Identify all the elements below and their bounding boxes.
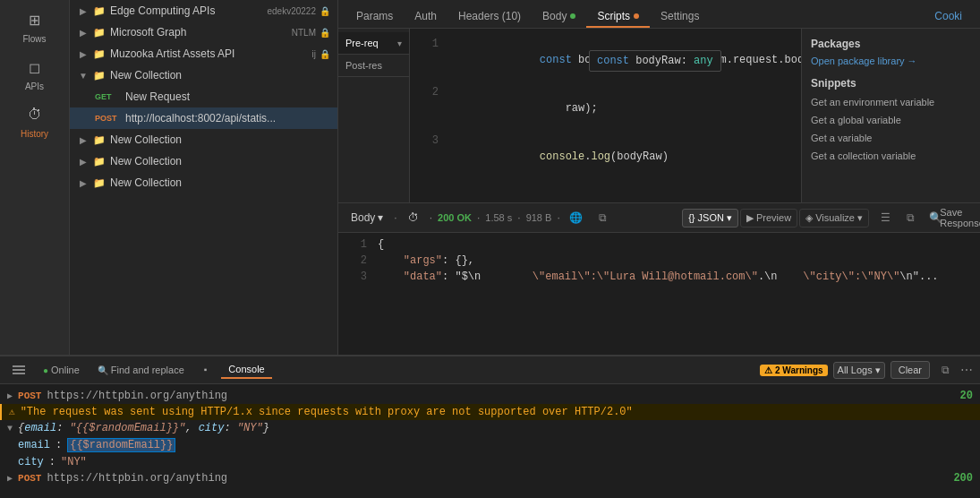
collection-new-1-name: New Collection bbox=[110, 69, 330, 82]
snippet-get-variable[interactable]: Get a variable bbox=[811, 131, 971, 145]
response-body-btn[interactable]: Body ▾ bbox=[345, 209, 388, 227]
collection-edge-name: Edge Computing APIs bbox=[110, 4, 264, 17]
format-tab-visualize[interactable]: ◈ Visualize ▾ bbox=[799, 209, 869, 228]
city-key: city bbox=[18, 456, 44, 468]
format-tab-preview[interactable]: ▶ Preview bbox=[740, 209, 797, 228]
dropdown-arrow-icon: ▾ bbox=[397, 39, 402, 48]
collection-new-2-name: New Collection bbox=[110, 133, 330, 146]
console-row-post-1[interactable]: ▶ POST https://httpbin.org/anything 20 bbox=[0, 388, 980, 404]
all-logs-select[interactable]: All Logs ▾ bbox=[833, 362, 885, 379]
collection-get-request[interactable]: GET New Request bbox=[70, 86, 337, 107]
console-toolbar-left: ● Online 🔍 Find and replace ▪ Console bbox=[7, 361, 753, 379]
layout-toggle-btn[interactable] bbox=[7, 364, 30, 376]
collection-muzooka-tag: ij bbox=[312, 49, 316, 59]
status-badge: 200 OK bbox=[438, 212, 472, 223]
more-options-btn[interactable]: ⋯ bbox=[960, 363, 973, 377]
console-row-warning: ⚠ "The request was sent using HTTP/1.x s… bbox=[0, 404, 980, 420]
console-toolbar-right: ⚠ 2 Warnings All Logs ▾ Clear ⧉ ⋯ bbox=[760, 360, 973, 380]
code-tooltip: const bodyRaw: any bbox=[589, 50, 721, 72]
tab-params[interactable]: Params bbox=[345, 6, 404, 28]
collection-new-4[interactable]: ▶ 📁 New Collection bbox=[70, 172, 337, 193]
snippet-get-env[interactable]: Get an environment variable bbox=[811, 95, 971, 109]
code-line-3: 3 console.log(bodyRaw) bbox=[410, 133, 801, 181]
console-url-2: https://httpbin.org/anything bbox=[47, 472, 227, 485]
collection-icon: 📁 bbox=[93, 27, 106, 39]
get-request-name: New Request bbox=[125, 90, 330, 103]
collection-new-4-name: New Collection bbox=[110, 176, 330, 189]
sidebar-item-apis[interactable]: ◻ APIs bbox=[22, 55, 47, 91]
sidebar-item-flows[interactable]: ⊞ Flows bbox=[22, 7, 47, 44]
collection-muzooka[interactable]: ▶ 📁 Muzooka Artist Assets API ij 🔒 bbox=[70, 43, 337, 64]
response-line-1: 1 { bbox=[338, 236, 980, 253]
clear-button[interactable]: Clear bbox=[891, 361, 930, 379]
flows-icon: ⊞ bbox=[22, 7, 47, 32]
tab-scripts[interactable]: Scripts bbox=[586, 6, 650, 28]
chevron-down-icon: ▾ bbox=[857, 212, 863, 224]
console-row-post-2[interactable]: ▶ POST https://httpbin.org/anything 200 bbox=[0, 470, 980, 486]
console-tab-console[interactable]: Console bbox=[221, 361, 271, 379]
lock-icon: 🔒 bbox=[320, 49, 330, 59]
open-package-library-link[interactable]: Open package library → bbox=[811, 56, 971, 66]
response-toolbar-left: Body ▾ · ⏱ · 200 OK · 1.58 s · 918 B · 🌐… bbox=[345, 207, 677, 228]
response-toolbar: Body ▾ · ⏱ · 200 OK · 1.58 s · 918 B · 🌐… bbox=[338, 203, 980, 233]
collection-icon: 📁 bbox=[93, 5, 106, 17]
method-post-label: POST bbox=[18, 391, 41, 401]
collection-icon: 📁 bbox=[93, 48, 106, 60]
online-btn[interactable]: ● Online bbox=[38, 363, 85, 377]
packages-section: Packages Open package library → bbox=[811, 38, 971, 66]
sidebar-apis-label: APIs bbox=[25, 82, 44, 91]
chevron-down-icon: ▼ bbox=[77, 69, 89, 82]
tab-pre-req[interactable]: Pre-req ▾ bbox=[338, 32, 409, 55]
copy-icon[interactable]: ⧉ bbox=[592, 207, 614, 228]
format-tab-json[interactable]: {} JSON ▾ bbox=[682, 209, 738, 228]
console-tab-label[interactable]: ▪ bbox=[197, 361, 215, 379]
collection-new-2[interactable]: ▶ 📁 New Collection bbox=[70, 129, 337, 150]
warnings-badge: ⚠ 2 Warnings bbox=[760, 365, 828, 376]
collection-post-request[interactable]: POST http://localhost:8002/api/statis... bbox=[70, 107, 337, 129]
chevron-right-icon: ▶ bbox=[77, 133, 89, 146]
collection-new-1[interactable]: ▼ 📁 New Collection bbox=[70, 64, 337, 86]
expand-icon: ▼ bbox=[7, 424, 13, 434]
save-response-btn[interactable]: Save Response bbox=[951, 207, 973, 228]
code-line-2: 2 raw); bbox=[410, 84, 801, 133]
sidebar: ⊞ Flows ◻ APIs ⏱ History bbox=[0, 0, 70, 355]
copy-console-btn[interactable]: ⧉ bbox=[935, 360, 955, 380]
pre-post-tabs: Pre-req ▾ Post-res bbox=[338, 29, 410, 202]
format-tabs: {} JSON ▾ ▶ Preview ◈ Visualize ▾ bbox=[682, 209, 869, 228]
tab-settings[interactable]: Settings bbox=[650, 6, 710, 28]
right-panel: Packages Open package library → Snippets… bbox=[801, 29, 980, 202]
console-row-object[interactable]: ▼ {email: "{{$randomEmail}}", city: "NY"… bbox=[0, 420, 980, 436]
cookie-link[interactable]: Cooki bbox=[924, 6, 973, 28]
tab-body[interactable]: Body bbox=[532, 6, 586, 28]
scripts-dot bbox=[634, 13, 639, 19]
code-editor-panel: 1 const bodyRaw = JSON.parse(pm.request.… bbox=[410, 29, 801, 202]
console-row-email: email : {{$randomEmail}} bbox=[0, 436, 980, 454]
terminal-icon: ▪ bbox=[204, 365, 208, 374]
snippet-get-collection[interactable]: Get a collection variable bbox=[811, 149, 971, 163]
format-icon[interactable]: ☰ bbox=[874, 207, 896, 228]
online-dot-icon: ● bbox=[43, 365, 48, 375]
search-icon: 🔍 bbox=[98, 365, 108, 375]
collection-microsoft[interactable]: ▶ 📁 Microsoft Graph NTLM 🔒 bbox=[70, 21, 337, 43]
copy-response-icon[interactable]: ⧉ bbox=[899, 207, 921, 228]
collection-new-3[interactable]: ▶ 📁 New Collection bbox=[70, 150, 337, 172]
collection-muzooka-name: Muzooka Artist Assets API bbox=[110, 47, 309, 60]
console-row-city: city : "NY" bbox=[0, 454, 980, 470]
snippet-get-global[interactable]: Get a global variable bbox=[811, 113, 971, 127]
email-value-highlighted: {{$randomEmail}} bbox=[67, 438, 175, 452]
find-replace-btn[interactable]: 🔍 Find and replace bbox=[92, 363, 190, 377]
tab-post-res[interactable]: Post-res bbox=[338, 55, 409, 77]
main-content: Params Auth Headers (10) Body Scripts Se… bbox=[338, 0, 980, 355]
chevron-right-icon: ▶ bbox=[77, 4, 89, 17]
apis-icon: ◻ bbox=[22, 55, 47, 80]
sidebar-item-history[interactable]: ⏱ History bbox=[21, 102, 48, 139]
response-time: 1.58 s bbox=[485, 212, 512, 223]
body-dot bbox=[570, 13, 575, 19]
code-editor[interactable]: 1 const bodyRaw = JSON.parse(pm.request.… bbox=[410, 29, 801, 202]
response-line-2: 2 "args": {}, bbox=[338, 253, 980, 269]
globe-icon[interactable]: 🌐 bbox=[566, 207, 587, 228]
tab-auth[interactable]: Auth bbox=[404, 6, 447, 28]
history-btn[interactable]: ⏱ bbox=[403, 209, 424, 227]
tab-headers[interactable]: Headers (10) bbox=[447, 6, 532, 28]
collection-edge[interactable]: ▶ 📁 Edge Computing APIs edekv20222 🔒 bbox=[70, 0, 337, 21]
